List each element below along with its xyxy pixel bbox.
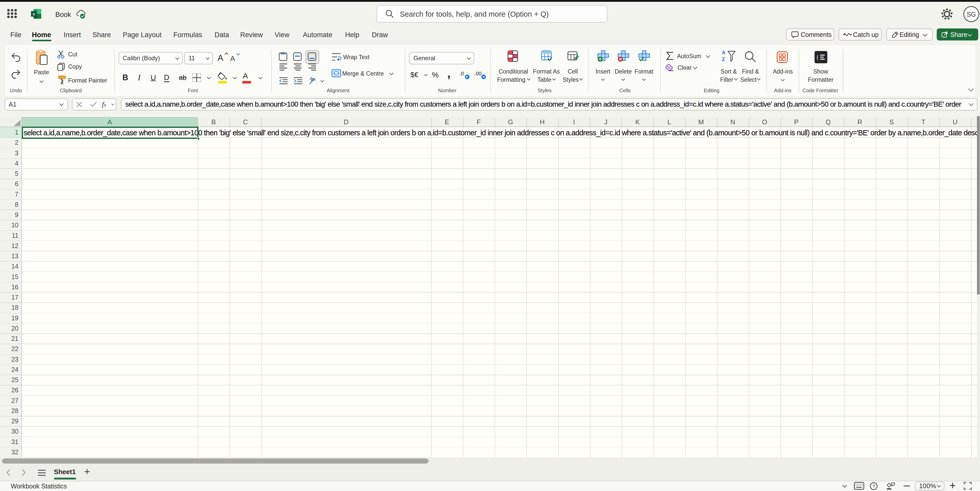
svg-text:.00: .00 [474,71,482,77]
svg-text:.0: .0 [460,71,464,77]
svg-text:A: A [722,50,725,55]
svg-text:{: { [816,54,818,60]
svg-text:?: ? [872,484,875,489]
svg-text:Z: Z [722,56,725,62]
svg-text:x: x [33,12,35,16]
